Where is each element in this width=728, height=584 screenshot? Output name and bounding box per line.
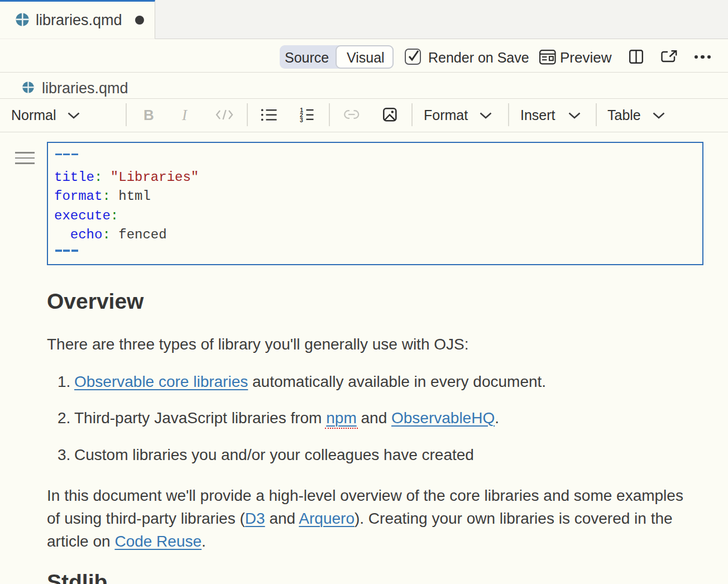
svg-text:3: 3 [300,117,303,123]
